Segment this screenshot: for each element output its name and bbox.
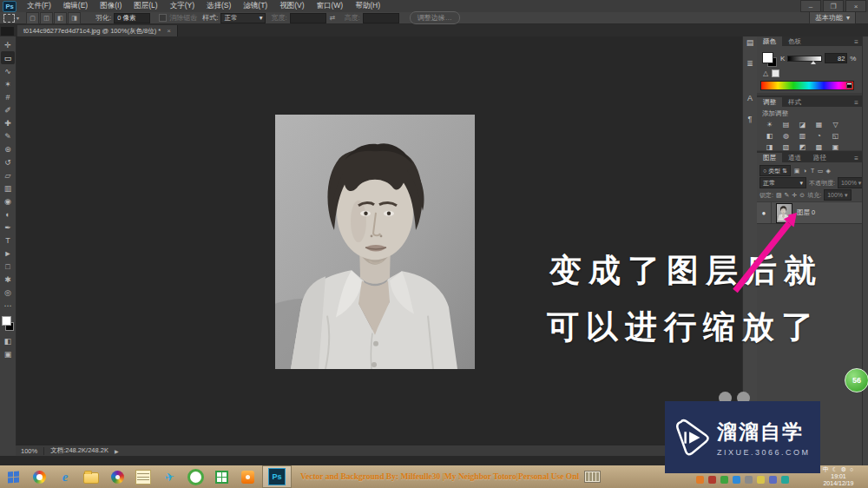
menu-item[interactable]: 文件(F) <box>21 1 57 11</box>
layer-thumbnail[interactable] <box>776 203 792 223</box>
dock-icon-paragraph-panel[interactable]: ¶ <box>744 113 757 125</box>
blend-mode-select[interactable]: 正常▾ <box>760 177 806 188</box>
workspace-switcher[interactable]: 基本功能▾ <box>809 11 856 24</box>
menu-item[interactable]: 编辑(E) <box>57 1 94 11</box>
tool-edit-toolbar[interactable]: ⋯ <box>1 299 15 312</box>
tray-red[interactable] <box>708 476 716 484</box>
lock-icon[interactable]: ▨ <box>776 192 782 199</box>
status-expand-icon[interactable]: ▶ <box>115 448 119 454</box>
tool-brush[interactable]: ✎ <box>1 129 15 142</box>
taskbar-media-player-icon[interactable] <box>104 465 130 488</box>
tool-magic-wand[interactable]: ✶ <box>1 77 15 90</box>
layer-row-selected[interactable]: ● 图层 0 <box>757 201 862 224</box>
taskbar-explorer-icon[interactable] <box>78 465 104 488</box>
foreground-background-swatches[interactable] <box>1 316 15 331</box>
minimize-button[interactable]: – <box>800 0 821 12</box>
tray-green[interactable] <box>720 476 728 484</box>
layer-filter-icon[interactable]: ▭ <box>817 168 824 175</box>
tray-gray[interactable] <box>745 476 753 484</box>
keyboard-input-icon[interactable] <box>584 471 601 483</box>
tab-color[interactable]: 颜色 <box>757 36 782 46</box>
tool-eyedropper[interactable]: ✐ <box>1 103 15 116</box>
zoom-level[interactable]: 100% <box>21 447 37 455</box>
layer-filter-icon[interactable]: ◈ <box>825 168 832 175</box>
tool-type[interactable]: T <box>1 234 15 247</box>
opacity-input[interactable]: 100%▾ <box>838 177 865 188</box>
adjustment-icon[interactable]: ▽ <box>828 120 843 129</box>
menu-item[interactable]: 文字(Y) <box>164 1 201 11</box>
lock-icon[interactable]: ✛ <box>792 192 797 199</box>
tool-lasso[interactable]: ∿ <box>1 64 15 77</box>
k-slider[interactable] <box>787 56 822 62</box>
tool-history-brush[interactable]: ↺ <box>1 155 15 168</box>
lock-icon[interactable]: ✎ <box>785 192 790 199</box>
tool-crop[interactable]: # <box>1 90 15 103</box>
lock-icon[interactable]: ⊙ <box>799 192 805 199</box>
foreground-color-swatch[interactable] <box>2 316 11 326</box>
tool-path-selection[interactable]: ► <box>1 247 15 260</box>
tool-gradient[interactable]: ▥ <box>1 181 15 195</box>
adjustment-icon[interactable]: ▥ <box>795 131 810 141</box>
panel-menu-icon[interactable]: ≡ <box>854 38 862 46</box>
adjustment-icon[interactable]: ◧ <box>762 131 777 141</box>
tool-eraser[interactable]: ▱ <box>1 168 15 181</box>
tool-blur[interactable]: ◉ <box>1 195 15 208</box>
style-select[interactable]: 正常▾ <box>220 13 266 23</box>
menu-item[interactable]: 图像(I) <box>94 1 128 11</box>
tool-shape[interactable]: □ <box>1 260 15 273</box>
taskbar-360-browser-icon[interactable] <box>182 465 208 488</box>
panel-menu-icon[interactable]: ≡ <box>854 99 862 107</box>
tool-pen[interactable]: ✒ <box>1 221 15 234</box>
layer-name[interactable]: 图层 0 <box>797 208 815 217</box>
tab-channels[interactable]: 通道 <box>782 153 807 162</box>
taskbar-thunder-icon[interactable]: ✈ <box>156 465 182 488</box>
width-input[interactable] <box>290 13 326 23</box>
mode-new-selection[interactable]: ▢ <box>26 12 39 24</box>
gamut-swatch[interactable] <box>772 69 779 77</box>
taskbar-ie-icon[interactable]: e <box>52 465 78 488</box>
tool-clone-stamp[interactable]: ⊛ <box>1 142 15 155</box>
start-button[interactable] <box>0 465 26 488</box>
gamut-warning-icon[interactable]: △ <box>763 69 768 77</box>
tool-quick-mask[interactable]: ◧ <box>1 334 15 347</box>
menu-item[interactable]: 帮助(H) <box>349 1 386 11</box>
tool-dodge[interactable]: ◐ <box>1 208 15 221</box>
panel-scrollbar[interactable] <box>862 24 868 465</box>
menu-item[interactable]: 窗口(W) <box>311 1 350 11</box>
tray-blue[interactable] <box>733 476 740 484</box>
close-button[interactable]: × <box>845 0 866 12</box>
foreground-color-swatch[interactable] <box>762 52 773 63</box>
tool-hand[interactable]: ✱ <box>1 273 15 286</box>
mode-subtract-from-selection[interactable]: ◧ <box>54 12 67 24</box>
tab-layers[interactable]: 图层 <box>757 153 782 162</box>
tool-screen-mode[interactable]: ▣ <box>1 347 15 360</box>
fill-input[interactable]: 100%▾ <box>824 189 851 201</box>
height-input[interactable] <box>363 13 399 23</box>
adjustment-icon[interactable]: ☀ <box>762 120 777 129</box>
adjustment-icon[interactable]: ▦ <box>812 120 826 129</box>
marquee-tool-icon[interactable] <box>3 14 15 23</box>
tool-spot-healing-brush[interactable]: ✚ <box>1 116 15 129</box>
menu-item[interactable]: 图层(L) <box>128 1 163 11</box>
layer-filter-icon[interactable]: T <box>809 168 816 175</box>
taskbar-photoshop-button-active[interactable]: Ps <box>262 465 292 488</box>
refine-edge-button[interactable]: 调整边缘… <box>410 11 460 24</box>
spectrum-black-swatch[interactable] <box>846 84 852 89</box>
canvas-image-portrait[interactable] <box>275 115 475 369</box>
menu-item[interactable]: 选择(S) <box>201 1 237 11</box>
adjustment-icon[interactable]: ◱ <box>828 131 843 141</box>
swap-dimensions-icon[interactable]: ⇄ <box>330 14 336 22</box>
taskbar-orange-app-icon[interactable] <box>234 465 260 488</box>
dock-icon-character-panel[interactable]: A <box>744 92 757 104</box>
tab-close-icon[interactable]: × <box>167 27 171 35</box>
layer-filter-icon[interactable]: ◑ <box>801 168 808 175</box>
adjustment-icon[interactable]: ◔ <box>812 131 826 141</box>
feather-input[interactable]: 0 像素 <box>114 13 150 23</box>
tab-adjustments[interactable]: 调整 <box>757 97 782 107</box>
tab-swatches[interactable]: 色板 <box>782 36 807 46</box>
tab-styles[interactable]: 样式 <box>782 97 807 107</box>
restore-button[interactable]: ❐ <box>823 0 844 12</box>
taskbar-360-safety-icon[interactable] <box>26 465 52 488</box>
dock-icon-history-panel[interactable]: ▤ <box>744 36 757 49</box>
k-slider-handle[interactable] <box>811 61 816 64</box>
